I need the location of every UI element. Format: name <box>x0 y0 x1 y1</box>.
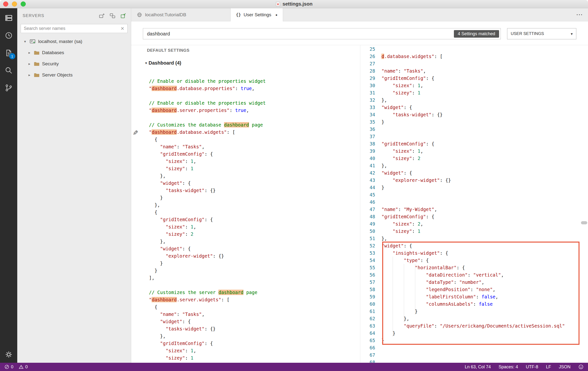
settings-search-input[interactable] <box>143 28 454 39</box>
code-line[interactable]: 47"name": "My-Widget", <box>360 206 565 213</box>
language-mode[interactable]: JSON <box>559 364 570 370</box>
code-line[interactable]: "sizex": 1, <box>149 158 266 165</box>
code-line[interactable]: 38"gridItemConfig": { <box>360 140 565 147</box>
code-line[interactable]: "dashboard.database.properties": true, <box>149 85 266 92</box>
code-line[interactable]: 57 "dataType": "number", <box>360 278 565 286</box>
code-line[interactable]: 55 "horizontalBar": { <box>360 264 565 271</box>
code-line[interactable]: "sizex": 1, <box>149 347 266 354</box>
code-line[interactable]: "gridItemConfig": { <box>149 150 266 158</box>
code-line[interactable]: 60 "columnsAsLabels": false <box>360 300 565 308</box>
code-line[interactable]: "explorer-widget": {} <box>149 252 266 259</box>
tree-item-server[interactable]: ▾ localhost, master (sa) <box>17 36 131 47</box>
code-line[interactable]: 53 "insights-widget": { <box>360 249 565 257</box>
code-line[interactable]: "sizey": 1 <box>149 165 266 172</box>
code-line[interactable]: 52"widget": { <box>360 242 565 249</box>
code-line[interactable]: 29"gridItemConfig": { <box>360 74 565 82</box>
code-line[interactable]: 34 "tasks-widget": {} <box>360 111 565 118</box>
code-line[interactable]: // Enable or disable the properties widg… <box>149 99 266 107</box>
code-line[interactable]: "sizex": 1, <box>149 223 266 230</box>
tab-user-settings[interactable]: {} User Settings ● <box>231 8 283 21</box>
code-line[interactable]: 67 <box>360 351 565 359</box>
code-line[interactable]: 40 "sizey": 2 <box>360 155 565 162</box>
modified-indicator[interactable]: ● <box>275 13 277 17</box>
code-line[interactable]: { <box>149 303 266 310</box>
code-line[interactable]: { <box>149 209 266 216</box>
code-line[interactable]: "widget": { <box>149 318 266 325</box>
encoding-indicator[interactable]: UTF-8 <box>526 364 538 370</box>
code-line[interactable]: 48"gridItemConfig": { <box>360 213 565 220</box>
code-line[interactable]: 35} <box>360 118 565 125</box>
code-line[interactable]: 30 "sizex": 1, <box>360 82 565 89</box>
feedback-smiley-icon[interactable] <box>578 364 584 370</box>
code-line[interactable]: "widget": { <box>149 245 266 252</box>
code-line[interactable]: 26d.database.widgets": [ <box>360 53 565 60</box>
code-line[interactable]: 39 "sizex": 1, <box>360 147 565 155</box>
code-line[interactable]: 64 } <box>360 330 565 337</box>
code-line[interactable]: 66 <box>360 344 565 351</box>
code-line[interactable]: 28"name": "Tasks", <box>360 67 565 74</box>
cursor-position[interactable]: Ln 63, Col 74 <box>465 364 491 370</box>
code-line[interactable]: 61 } <box>360 308 565 315</box>
code-line[interactable]: 49 "sizex": 2, <box>360 220 565 227</box>
code-line[interactable]: "name": "Tasks", <box>149 310 266 318</box>
code-line[interactable]: } <box>149 267 266 274</box>
code-line[interactable] <box>149 92 266 99</box>
tab-localhost-tutorialdb[interactable]: localhost:TutorialDB <box>131 8 231 21</box>
code-line[interactable]: 32}, <box>360 96 565 104</box>
code-line[interactable]: 65} <box>360 337 565 344</box>
search-view-button[interactable] <box>4 66 14 75</box>
code-line[interactable]: "dashboard.database.widgets": [ <box>149 128 266 136</box>
code-line[interactable]: }, <box>149 238 266 245</box>
code-line[interactable]: 37 <box>360 133 565 140</box>
code-line[interactable]: 58 "legendPosition": "none", <box>360 286 565 293</box>
task-history-button[interactable] <box>4 31 14 40</box>
code-line[interactable]: 36 <box>360 125 565 133</box>
code-line[interactable] <box>149 114 266 121</box>
running-queries-button[interactable]: 1 <box>4 48 14 58</box>
code-line[interactable]: }, <box>149 332 266 340</box>
code-line[interactable]: 46 <box>360 198 565 206</box>
problems-indicator[interactable]: 0 0 <box>4 364 28 370</box>
code-line[interactable]: "tasks-widget": {} <box>149 187 266 194</box>
code-line[interactable]: { <box>149 136 266 143</box>
settings-scope-dropdown[interactable]: USER SETTINGS ▾ <box>507 28 576 39</box>
chevron-right-icon[interactable]: ▸ <box>27 73 31 77</box>
scrollbar-thumb[interactable] <box>581 221 587 224</box>
code-line[interactable]: "sizey": 2 <box>149 230 266 238</box>
eol-indicator[interactable]: LF <box>546 364 551 370</box>
code-line[interactable]: 33"widget": { <box>360 104 565 111</box>
code-line[interactable]: 54 "type": { <box>360 257 565 264</box>
code-line[interactable]: 59 "labelFirstColumn": false, <box>360 293 565 300</box>
code-line[interactable]: 62 }, <box>360 315 565 322</box>
tree-item-databases[interactable]: ▸ Databases <box>17 47 131 58</box>
code-line[interactable]: } <box>149 259 266 267</box>
code-line[interactable]: 51}, <box>360 235 565 242</box>
new-connection-button[interactable] <box>98 12 105 19</box>
edit-setting-pencil-icon[interactable]: ✎ <box>133 129 138 137</box>
servers-view-button[interactable] <box>4 13 14 23</box>
code-line[interactable]: // Customizes the server dashboard page <box>149 289 266 296</box>
code-line[interactable]: "dashboard.server.widgets": [ <box>149 296 266 303</box>
close-window-button[interactable] <box>3 1 8 7</box>
code-line[interactable]: }, <box>149 201 266 209</box>
code-line[interactable]: // Customizes the database dashboard pag… <box>149 121 266 128</box>
code-line[interactable]: 44} <box>360 184 565 191</box>
code-line[interactable]: "dashboard.server.properties": true, <box>149 107 266 114</box>
clear-search-icon[interactable]: ✕ <box>121 26 124 31</box>
new-server-group-button[interactable] <box>109 12 116 19</box>
chevron-right-icon[interactable]: ▸ <box>27 62 31 66</box>
code-line[interactable]: 56 "dataDirection": "vertical", <box>360 271 565 278</box>
code-line[interactable]: 63 "queryFile": "/Users/erickang/Documen… <box>360 322 565 330</box>
code-line[interactable]: "gridItemConfig": { <box>149 216 266 223</box>
code-line[interactable]: "widget": { <box>149 179 266 187</box>
indentation-indicator[interactable]: Spaces: 4 <box>499 364 518 370</box>
code-line[interactable] <box>149 281 266 289</box>
code-line[interactable]: 45 <box>360 191 565 198</box>
code-line[interactable]: 25 <box>360 45 565 53</box>
code-line[interactable]: ], <box>149 274 266 281</box>
code-line[interactable]: }, <box>149 172 266 179</box>
more-actions-icon[interactable]: ⋯ <box>576 11 583 19</box>
code-line[interactable]: 27 <box>360 60 565 67</box>
code-line[interactable]: } <box>149 194 266 201</box>
code-line[interactable]: "gridItemConfig": { <box>149 340 266 347</box>
